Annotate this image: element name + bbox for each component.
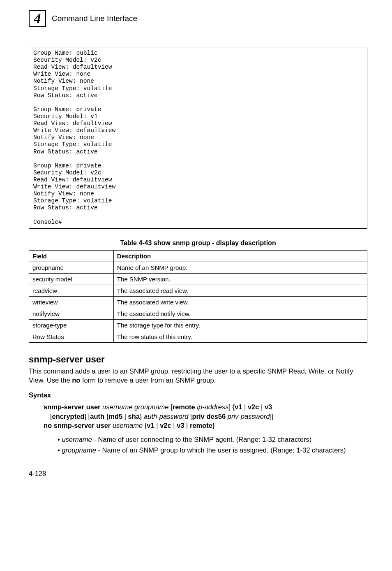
syntax-token: v2c (160, 422, 171, 429)
param-desc: - Name of user connecting to the SNMP ag… (92, 436, 311, 443)
command-description: This command adds a user to an SNMP grou… (29, 367, 367, 385)
syntax-token: remote (190, 422, 212, 429)
syntax-token: md5 (108, 413, 122, 420)
table-caption: Table 4-43 show snmp group - display des… (29, 239, 367, 247)
syntax-token: priv des56 (192, 413, 226, 420)
table-header-field: Field (29, 250, 114, 262)
syntax-token: remote (173, 403, 195, 411)
param-name: username (62, 436, 92, 443)
syntax-token: ip-address (197, 403, 228, 411)
syntax-token: username (102, 403, 132, 411)
syntax-token: snmp-server user (44, 403, 101, 411)
param-name: groupname (62, 446, 96, 454)
table-row: security model The SNMP version. (29, 273, 367, 285)
table-cell: The associated read view. (113, 285, 367, 296)
syntax-token: v1 (235, 403, 242, 411)
syntax-token: v3 (177, 422, 184, 429)
table-cell: The SNMP version. (113, 273, 367, 285)
table-row: readview The associated read view. (29, 285, 367, 296)
list-item: groupname - Name of an SNMP group to whi… (51, 446, 367, 455)
table-row: writeview The associated write view. (29, 296, 367, 308)
syntax-block: snmp-server user username groupname [rem… (44, 402, 367, 430)
syntax-token: sha (128, 413, 140, 420)
chapter-number-icon: 4 (29, 10, 46, 27)
text-bold: no (72, 376, 80, 384)
table-cell: notifyview (29, 308, 114, 319)
syntax-token: encrypted (52, 413, 85, 420)
table-row: notifyview The associated notify view. (29, 308, 367, 319)
syntax-line: no snmp-server user username {v1 | v2c |… (44, 421, 367, 430)
syntax-token: v2c (248, 403, 259, 411)
table-header-description: Description (113, 250, 367, 262)
syntax-line: [encrypted] [auth {md5 | sha} auth-passw… (50, 412, 367, 421)
syntax-token: v3 (265, 403, 272, 411)
syntax-token: no snmp-server user (44, 422, 111, 429)
param-desc: - Name of an SNMP group to which the use… (96, 446, 346, 454)
syntax-token: groupname (134, 403, 168, 411)
table-cell: The associated write view. (113, 296, 367, 308)
table-cell: Row Status (29, 331, 114, 342)
syntax-token: v1 (147, 422, 154, 429)
command-heading: snmp-server user (29, 354, 367, 365)
table-header-row: Field Description (29, 250, 367, 262)
table-cell: The associated notify view. (113, 308, 367, 319)
table-cell: storage-type (29, 319, 114, 331)
table-cell: The row status of this entry. (113, 331, 367, 342)
table-row: Row Status The row status of this entry. (29, 331, 367, 342)
table-row: storage-type The storage type for this e… (29, 319, 367, 331)
list-item: username - Name of user connecting to th… (51, 435, 367, 444)
table-cell: security model (29, 273, 114, 285)
syntax-token: priv-password (228, 413, 270, 420)
syntax-line: snmp-server user username groupname [rem… (44, 402, 367, 411)
syntax-token: username (113, 422, 143, 429)
syntax-heading: Syntax (29, 391, 367, 399)
table-cell: The storage type for this entry. (113, 319, 367, 331)
syntax-token: auth-password (144, 413, 188, 420)
page-number: 4-128 (29, 470, 367, 478)
description-table: Field Description groupname Name of an S… (29, 250, 367, 343)
table-cell: groupname (29, 262, 114, 273)
table-cell: readview (29, 285, 114, 296)
page-header: 4 Command Line Interface (29, 0, 367, 27)
syntax-token: auth (90, 413, 104, 420)
page-title: Command Line Interface (52, 14, 137, 23)
parameter-list: username - Name of user connecting to th… (51, 435, 367, 455)
text: form to remove a user from an SNMP group… (80, 376, 216, 384)
table-row: groupname Name of an SNMP group. (29, 262, 367, 273)
code-block: Group Name: public Security Model: v2c R… (29, 47, 367, 229)
table-cell: Name of an SNMP group. (113, 262, 367, 273)
table-cell: writeview (29, 296, 114, 308)
